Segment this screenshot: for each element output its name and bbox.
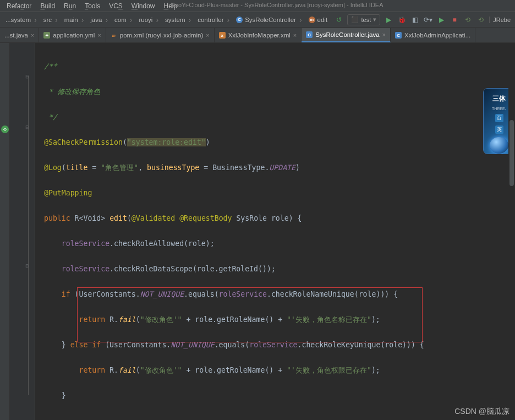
tab-pom-xml[interactable]: mpom.xml (ruoyi-xxl-job-admin)× <box>106 28 215 42</box>
run-config-selector[interactable]: ⬛ test ▾ <box>347 14 380 25</box>
string-literal: "system:role:edit" <box>127 138 206 146</box>
scrollbar-thumb[interactable] <box>509 120 514 186</box>
window-title: RuoYi-Cloud-Plus-master - SysRoleControl… <box>171 2 383 8</box>
crumb-class-label: SysRoleController <box>245 17 296 23</box>
run-button[interactable]: ▶ <box>383 15 393 25</box>
jrebel-button[interactable]: ⟲ <box>463 15 473 25</box>
widget-badge[interactable]: 英 <box>495 126 503 134</box>
widget-title: 三体 <box>492 94 506 103</box>
globe-icon <box>490 137 508 154</box>
editor-area: ⟲ ⊟ ⊟ ⊟ /** * 修改保存角色 */ @SaCheckPermissi… <box>0 43 515 420</box>
crumb-module[interactable]: ...system <box>2 14 40 26</box>
run-toolbar: ↺ ⬛ test ▾ ▶ 🐞 ◧ ⟳▾ ▶ ■ ⟲ ⟲ JRebe <box>334 14 513 25</box>
crumb-system[interactable]: system <box>162 14 194 26</box>
annotation: @SaCheckPermission <box>44 138 123 146</box>
menu-build[interactable]: Build <box>37 1 58 11</box>
breadcrumb: ...system src main java com ruoyi system… <box>2 14 334 26</box>
editor-tabs: ...st.java× ✦application.yml× mpom.xml (… <box>0 28 515 43</box>
widget-badge[interactable]: 百 <box>495 114 503 122</box>
class-icon: C <box>236 17 243 23</box>
menu-tools[interactable]: Tools <box>81 1 103 11</box>
tab-sysrolecontroller[interactable]: CSysRoleController.java× <box>302 28 391 42</box>
doc-comment: */ <box>44 113 57 121</box>
menu-vcs[interactable]: VCS <box>106 1 126 11</box>
crumb-ruoyi[interactable]: ruoyi <box>136 14 162 26</box>
tab-label: ...st.java <box>4 32 28 39</box>
widget-subtitle: THREE- <box>492 107 506 111</box>
crumb-method-label: edit <box>317 17 328 23</box>
close-icon[interactable]: × <box>206 32 209 39</box>
tab-label: XxlJobAdminApplicati... <box>404 32 470 39</box>
tab-label: SysRoleController.java <box>315 31 379 38</box>
annotation: @PutMapping <box>44 189 92 197</box>
close-icon[interactable]: × <box>31 32 34 39</box>
crumb-java[interactable]: java <box>87 14 111 26</box>
jrebel-label[interactable]: JRebe <box>489 17 511 23</box>
run-anything-button[interactable]: ▶ <box>436 15 446 25</box>
crumb-class[interactable]: CSysRoleController <box>233 14 305 26</box>
menu-window[interactable]: Window <box>128 1 158 11</box>
method-icon: m <box>309 17 315 23</box>
xml-icon: x <box>219 32 226 39</box>
method-name: edit <box>109 214 127 222</box>
coverage-button[interactable]: ◧ <box>410 15 420 25</box>
debug-button[interactable]: 🐞 <box>397 15 407 25</box>
crumb-src[interactable]: src <box>40 14 61 26</box>
jrebel-debug-button[interactable]: ⟲ <box>476 15 486 25</box>
class-icon: C <box>395 32 402 39</box>
left-tool-strip: ⟲ <box>0 43 10 420</box>
crumb-main[interactable]: main <box>61 14 87 26</box>
doc-comment: * 修改保存角色 <box>44 88 100 96</box>
code-editor[interactable]: /** * 修改保存角色 */ @SaCheckPermission("syst… <box>35 43 515 420</box>
run-config-name: test <box>361 17 371 23</box>
close-icon[interactable]: × <box>382 31 386 38</box>
tab-stjava[interactable]: ...st.java× <box>0 28 39 42</box>
crumb-com[interactable]: com <box>111 14 135 26</box>
project-tool-icon[interactable]: ⟲ <box>1 126 9 133</box>
menu-run[interactable]: Run <box>61 1 79 11</box>
navigation-bar: ...system src main java com ruoyi system… <box>0 12 515 28</box>
profile-button[interactable]: ⟳▾ <box>423 15 433 25</box>
tab-application-yml[interactable]: ✦application.yml× <box>39 28 106 42</box>
close-icon[interactable]: × <box>97 32 101 39</box>
tab-xxljobinfomapper[interactable]: xXxlJobInfoMapper.xml× <box>215 28 302 42</box>
tab-xxljobadminapp[interactable]: CXxlJobAdminApplicati... <box>391 28 475 42</box>
build-button[interactable]: ↺ <box>334 15 344 25</box>
watermark-text: CSDN @脑瓜凉 <box>454 407 509 417</box>
yml-icon: ✦ <box>43 32 50 39</box>
vertical-scrollbar[interactable] <box>508 43 515 420</box>
maven-icon: m <box>111 32 117 39</box>
stop-button[interactable]: ■ <box>450 15 459 25</box>
crumb-method[interactable]: medit <box>305 14 335 26</box>
chevron-down-icon: ▾ <box>373 16 376 23</box>
doc-comment: /** <box>44 62 57 70</box>
class-icon: C <box>306 31 313 38</box>
crumb-controller[interactable]: controller <box>194 14 233 26</box>
run-config-icon: ⬛ <box>351 16 359 23</box>
close-icon[interactable]: × <box>293 32 297 39</box>
tab-label: XxlJobInfoMapper.xml <box>228 32 291 39</box>
fold-guide <box>28 76 29 395</box>
tab-label: application.yml <box>53 32 95 39</box>
annotation: @Log <box>44 163 62 172</box>
gutter[interactable]: ⊟ ⊟ ⊟ <box>10 43 35 420</box>
menu-refactor[interactable]: Refactor <box>3 1 35 11</box>
tab-label: pom.xml (ruoyi-xxl-job-admin) <box>120 32 203 39</box>
main-menubar: Refactor Build Run Tools VCS Window Help… <box>0 0 515 12</box>
